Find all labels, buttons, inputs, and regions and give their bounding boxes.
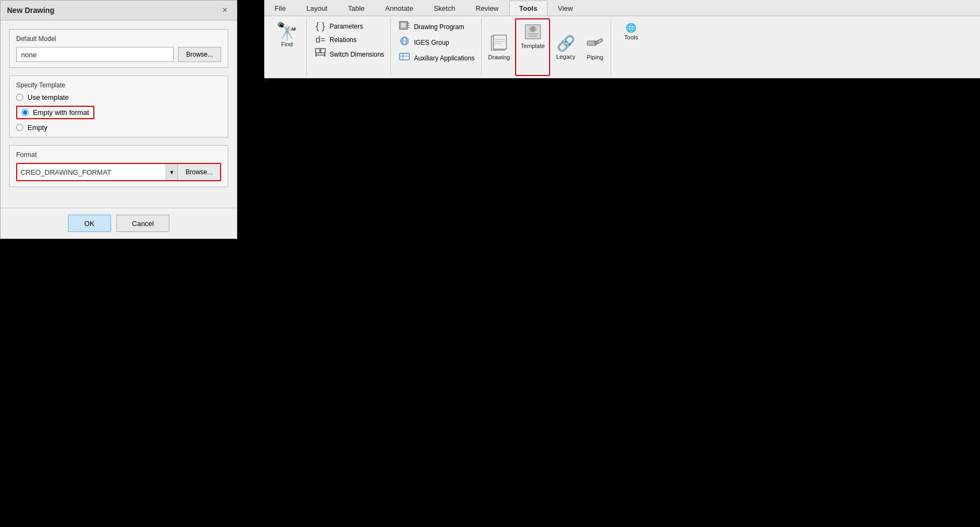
specify-template-label: Specify Template xyxy=(16,81,221,89)
format-row: CREO_DRAWING_FORMAT ▼ Browse... xyxy=(16,163,221,181)
format-select[interactable]: CREO_DRAWING_FORMAT xyxy=(17,164,166,180)
empty-text: Empty xyxy=(28,124,47,132)
switch-dimensions-label: Switch Dimensions xyxy=(330,51,384,58)
legacy-button[interactable]: 🔗 Legacy xyxy=(552,18,579,76)
use-template-text: Use template xyxy=(28,93,69,101)
relations-button[interactable]: d= Relations xyxy=(312,34,386,46)
tools-icon: 🌐 xyxy=(626,23,636,33)
switch-dimensions-icon xyxy=(314,48,326,60)
dialog-body: Default Model Browse... Specify Template… xyxy=(1,20,237,203)
use-template-radio[interactable] xyxy=(16,94,23,101)
legacy-label: Legacy xyxy=(556,53,575,60)
template-button-highlighted: Template xyxy=(515,18,550,76)
drawing-label: Drawing xyxy=(488,54,510,60)
dialog-titlebar: New Drawing × xyxy=(1,1,237,20)
auxiliary-applications-label: Auxiliary Applications xyxy=(414,54,475,62)
new-drawing-dialog: New Drawing × Default Model Browse... Sp… xyxy=(0,0,237,239)
ribbon-tabs-bar: File Layout Table Annotate Sketch Review… xyxy=(264,0,980,16)
binoculars-icon: 🔭 xyxy=(276,23,298,40)
svg-point-26 xyxy=(594,41,598,44)
template-button[interactable]: Template xyxy=(517,20,548,51)
default-model-browse-button[interactable]: Browse... xyxy=(178,47,221,62)
dialog-close-button[interactable]: × xyxy=(220,5,230,16)
iges-group-label: IGES Group xyxy=(414,39,449,46)
svg-rect-1 xyxy=(321,49,325,53)
tab-tools[interactable]: Tools xyxy=(509,1,548,16)
find-button[interactable]: 🔭 Find xyxy=(273,20,301,50)
tools-group: 🌐 Tools xyxy=(612,18,650,76)
parameters-group: { } Parameters d= Relations xyxy=(308,18,391,76)
drawing-button[interactable]: Drawing xyxy=(485,18,513,76)
params-column: { } Parameters d= Relations xyxy=(310,18,388,76)
ok-button[interactable]: OK xyxy=(68,215,111,232)
empty-with-format-text: Empty with format xyxy=(33,108,89,117)
svg-rect-23 xyxy=(529,36,537,37)
tab-annotate[interactable]: Annotate xyxy=(375,1,423,16)
format-section: Format CREO_DRAWING_FORMAT ▼ Browse... xyxy=(9,145,228,187)
tab-file[interactable]: File xyxy=(264,1,296,16)
parameters-icon: { } xyxy=(314,20,326,32)
drawing-program-button[interactable]: Drawing Program xyxy=(396,19,477,34)
switch-dimensions-button[interactable]: Switch Dimensions xyxy=(312,47,386,61)
main-canvas xyxy=(264,78,980,527)
programs-group: Drawing Program IGES Group xyxy=(392,18,482,76)
auxiliary-icon xyxy=(399,52,410,64)
ribbon: File Layout Table Annotate Sketch Review… xyxy=(264,0,980,79)
svg-point-21 xyxy=(531,28,534,31)
format-dropdown-arrow[interactable]: ▼ xyxy=(166,164,177,180)
empty-radio[interactable] xyxy=(16,124,23,131)
format-label: Format xyxy=(16,151,221,159)
specify-template-section: Specify Template Use template Empty with… xyxy=(9,76,228,138)
legacy-icon: 🔗 xyxy=(557,35,575,52)
empty-with-format-radio[interactable] xyxy=(22,109,29,116)
cancel-button[interactable]: Cancel xyxy=(116,215,169,232)
tools-label: Tools xyxy=(624,34,638,40)
empty-with-format-option[interactable]: Empty with format xyxy=(16,106,221,119)
tab-review[interactable]: Review xyxy=(465,1,509,16)
drawing-icon xyxy=(489,34,509,53)
relations-icon: d= xyxy=(314,35,326,45)
iges-group-button[interactable]: IGES Group xyxy=(396,35,477,50)
template-label: Template xyxy=(520,43,545,49)
iges-icon xyxy=(399,36,410,49)
auxiliary-applications-button[interactable]: Auxiliary Applications xyxy=(396,51,477,65)
piping-button[interactable]: Piping xyxy=(581,18,608,76)
template-icon xyxy=(523,23,543,42)
format-browse-button[interactable]: Browse... xyxy=(177,164,220,180)
drawing-program-label: Drawing Program xyxy=(414,23,464,31)
svg-rect-0 xyxy=(316,49,320,53)
dialog-footer: OK Cancel xyxy=(1,208,237,238)
template-radio-group: Use template Empty with format Empty xyxy=(16,93,221,132)
default-model-section: Default Model Browse... xyxy=(9,29,228,68)
ribbon-content: 🔭 Find { } Parameters d= Relations xyxy=(264,16,980,78)
empty-option[interactable]: Empty xyxy=(16,124,221,132)
tab-view[interactable]: View xyxy=(547,1,583,16)
relations-label: Relations xyxy=(330,36,357,44)
empty-with-format-highlighted: Empty with format xyxy=(16,106,94,119)
svg-rect-22 xyxy=(527,33,538,35)
tab-table[interactable]: Table xyxy=(338,1,375,16)
find-label: Find xyxy=(281,41,292,47)
svg-rect-11 xyxy=(400,53,409,60)
parameters-button[interactable]: { } Parameters xyxy=(312,19,386,33)
dialog-title: New Drawing xyxy=(7,6,54,15)
svg-rect-7 xyxy=(401,23,406,28)
parameters-label: Parameters xyxy=(330,23,363,30)
default-model-input[interactable] xyxy=(16,47,174,62)
use-template-option[interactable]: Use template xyxy=(16,93,221,101)
default-model-row: Browse... xyxy=(16,47,221,62)
svg-rect-15 xyxy=(494,35,506,49)
tools-button[interactable]: 🌐 Tools xyxy=(618,20,645,43)
tab-layout[interactable]: Layout xyxy=(296,1,338,16)
find-group: 🔭 Find xyxy=(268,18,307,76)
programs-column: Drawing Program IGES Group xyxy=(394,18,479,76)
drawing-tools-group: Drawing Template xyxy=(483,18,611,76)
drawing-program-icon xyxy=(399,20,410,33)
piping-icon xyxy=(585,34,605,53)
tab-sketch[interactable]: Sketch xyxy=(423,1,465,16)
piping-label: Piping xyxy=(587,54,604,60)
default-model-label: Default Model xyxy=(16,35,221,43)
